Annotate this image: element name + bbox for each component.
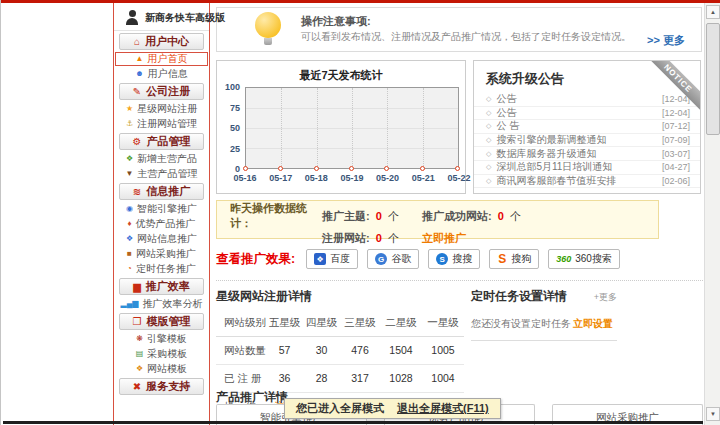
sidebar-item-label: 网站采购推广 bbox=[136, 247, 196, 261]
engine-label: 360搜索 bbox=[575, 252, 612, 266]
sidebar-section-1[interactable]: ✎公司注册 bbox=[119, 83, 204, 100]
engine-label: 搜搜 bbox=[452, 252, 472, 266]
cart-icon: ■ bbox=[127, 250, 132, 258]
announcement-text: 商讯网客服部春节值班安排 bbox=[496, 174, 662, 188]
engine-button-1[interactable]: G谷歌 bbox=[367, 249, 419, 269]
sidebar-item-5-2[interactable]: ❖网站模板 bbox=[114, 362, 209, 376]
sidebar-section-0[interactable]: ⌂用户中心 bbox=[119, 33, 204, 50]
fullscreen-text: 您已进入全屏模式 bbox=[296, 401, 384, 416]
announcement-item-6[interactable]: ◇商讯网客服部春节值班安排[02-06] bbox=[474, 175, 700, 189]
bullet-icon: ◇ bbox=[486, 109, 491, 117]
timer-empty-text: 您还没有设置定时任务 bbox=[471, 317, 571, 331]
sidebar-section-label: 用户中心 bbox=[145, 34, 189, 49]
sidebar-item-label: 网站信息推广 bbox=[137, 232, 197, 246]
sidebar-section-2[interactable]: ⚙产品管理 bbox=[119, 133, 204, 150]
sidebar-item-3-3[interactable]: ■网站采购推广 bbox=[114, 247, 209, 261]
sidebar: 新商务快车高级版 ⌂用户中心▲用户首页☻用户信息✎公司注册★星级网站注册⚓注册网… bbox=[113, 3, 210, 425]
vertical-scrollbar[interactable]: ▲ ▼ bbox=[704, 3, 720, 425]
sidebar-item-4-0[interactable]: ▂▄▆推广效率分析 bbox=[114, 297, 209, 311]
sidebar-item-3-1[interactable]: ♦优势产品推广 bbox=[114, 217, 209, 231]
sidebar-item-1-1[interactable]: ⚓注册网站管理 bbox=[114, 117, 209, 131]
chart-point bbox=[314, 166, 319, 171]
chart-point bbox=[384, 166, 389, 171]
announcement-text: 数据库服务器升级通知 bbox=[496, 147, 662, 161]
engine-button-0[interactable]: ❖百度 bbox=[306, 249, 358, 269]
bullet-icon: ◇ bbox=[486, 95, 491, 103]
chart-x-tick: 05-18 bbox=[301, 173, 331, 183]
scroll-up-button[interactable]: ▲ bbox=[706, 5, 720, 19]
sidebar-item-label: 智能引擎推广 bbox=[137, 202, 197, 216]
google-icon: G bbox=[375, 253, 387, 265]
set-now-link[interactable]: 立即设置 bbox=[573, 317, 613, 331]
bullet-icon: ◇ bbox=[486, 136, 491, 144]
star-table-header-cell: 四星级 bbox=[303, 316, 340, 330]
sidebar-section-6[interactable]: ✖服务支持 bbox=[119, 378, 204, 395]
announcement-date: [03-07] bbox=[662, 149, 690, 159]
star-table-header-cell: 一星级 bbox=[422, 316, 464, 330]
chart-point bbox=[243, 166, 248, 171]
promo-effect-row: 查看推广效果: ❖百度G谷歌S搜搜S搜狗360360搜索 bbox=[216, 246, 703, 272]
sidebar-section-3[interactable]: ≋信息推广 bbox=[119, 183, 204, 200]
promote-now-link[interactable]: 立即推广 bbox=[422, 231, 658, 246]
sidebar-item-label: 主营产品管理 bbox=[137, 167, 197, 181]
sidebar-section-4[interactable]: ▆推广效率 bbox=[119, 278, 204, 295]
star-table-header-cell: 网站级别 bbox=[216, 316, 266, 330]
engine-button-2[interactable]: S搜搜 bbox=[428, 249, 480, 269]
announcement-item-5[interactable]: ◇深圳总部5月11日培训通知[04-27] bbox=[474, 161, 700, 175]
announcement-text: 深圳总部5月11日培训通知 bbox=[496, 160, 662, 174]
exit-fullscreen-link[interactable]: 退出全屏模式(F11) bbox=[397, 401, 489, 416]
announcement-date: [07-09] bbox=[662, 135, 690, 145]
sidebar-item-2-1[interactable]: ▼主营产品管理 bbox=[114, 167, 209, 181]
sidebar-item-5-1[interactable]: ▤采购模板 bbox=[114, 347, 209, 361]
sidebar-item-label: 用户首页 bbox=[147, 52, 187, 66]
announcement-text: 公告 bbox=[496, 92, 662, 106]
sidebar-section-5[interactable]: ❐模版管理 bbox=[119, 313, 204, 330]
sidebar-section-label: 产品管理 bbox=[146, 134, 190, 149]
chart-x-tick: 05-17 bbox=[266, 173, 296, 183]
announcement-item-2[interactable]: ◇公 告[07-12] bbox=[474, 120, 700, 134]
sidebar-item-5-0[interactable]: ❋引擎模板 bbox=[114, 332, 209, 346]
bullet-icon: ◇ bbox=[486, 150, 491, 158]
sidebar-item-2-0[interactable]: ❖新增主营产品 bbox=[114, 152, 209, 166]
sidebar-item-0-0[interactable]: ▲用户首页 bbox=[115, 52, 208, 66]
star-table-header-row: 网站级别五星级四星级三星级二星级一星级 bbox=[216, 309, 464, 337]
chart-x-tick: 05-22 bbox=[444, 173, 474, 183]
chart-y-tick: 75 bbox=[230, 103, 240, 113]
star-table-row-label: 网站数量 bbox=[216, 344, 266, 358]
announcement-item-3[interactable]: ◇搜索引擎的最新调整通知[07-09] bbox=[474, 134, 700, 148]
folder-icon: ▤ bbox=[136, 350, 144, 358]
announcement-item-4[interactable]: ◇数据库服务器升级通知[03-07] bbox=[474, 147, 700, 161]
more-link[interactable]: >> 更多 bbox=[647, 33, 685, 48]
360-icon: 360 bbox=[556, 253, 571, 265]
bars-icon: ▂▄▆ bbox=[121, 300, 139, 308]
home-icon: ⌂ bbox=[134, 37, 140, 47]
engine-button-3[interactable]: S搜狗 bbox=[489, 249, 539, 269]
stat-promo-success-sites: 推广成功网站: 0 个 bbox=[422, 209, 658, 224]
chart-point bbox=[455, 166, 460, 171]
timer-more-link[interactable]: +更多 bbox=[594, 291, 617, 304]
chart-point bbox=[349, 166, 354, 171]
sidebar-item-0-1[interactable]: ☻用户信息 bbox=[114, 67, 209, 81]
sidebar-user-header: 新商务快车高级版 bbox=[114, 3, 209, 31]
gridline bbox=[281, 88, 282, 168]
star-table-cell: 28 bbox=[303, 372, 340, 386]
engine-label: 搜狗 bbox=[511, 252, 531, 266]
star-table-row-label: 已 注 册 bbox=[216, 372, 266, 386]
notice-title: 操作注意事项: bbox=[301, 14, 371, 29]
sidebar-section-label: 公司注册 bbox=[146, 84, 190, 99]
chart-x-tick: 05-21 bbox=[408, 173, 438, 183]
web-icon: ❖ bbox=[126, 235, 133, 243]
announcement-text: 搜索引擎的最新调整通知 bbox=[496, 133, 662, 147]
chart-x-axis: 05-1605-1705-1805-1905-2005-2105-22 bbox=[230, 173, 474, 183]
sidebar-item-label: 新增主营产品 bbox=[137, 152, 197, 166]
sidebar-item-label: 引擎模板 bbox=[147, 332, 187, 346]
chart-y-tick: 25 bbox=[230, 144, 240, 154]
scrollbar-thumb[interactable] bbox=[706, 23, 720, 135]
sidebar-item-3-0[interactable]: ◉智能引擎推广 bbox=[114, 202, 209, 216]
engine-button-4[interactable]: 360360搜索 bbox=[548, 249, 620, 269]
sidebar-item-3-4[interactable]: ◔定时任务推广 bbox=[114, 262, 209, 276]
bullet-icon: ◇ bbox=[486, 177, 491, 185]
sidebar-item-1-0[interactable]: ★星级网站注册 bbox=[114, 102, 209, 116]
scroll-down-button[interactable]: ▼ bbox=[706, 407, 720, 421]
sidebar-item-3-2[interactable]: ❖网站信息推广 bbox=[114, 232, 209, 246]
